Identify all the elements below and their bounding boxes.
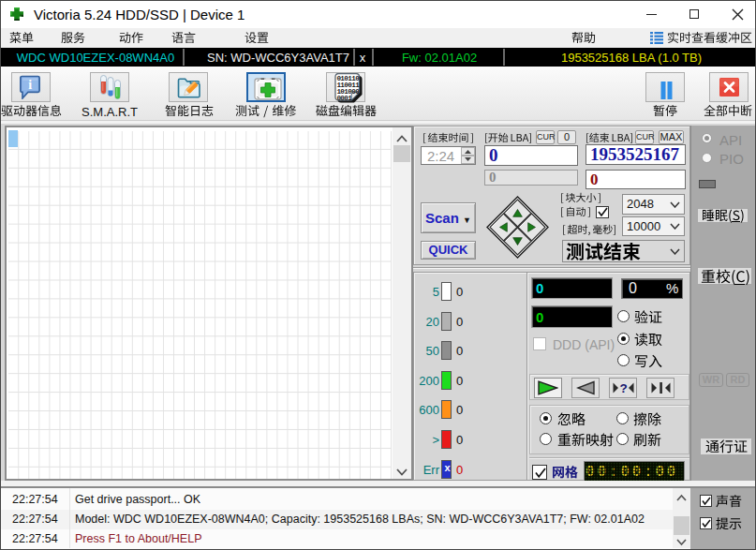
svg-text:0001: 0001 (336, 95, 352, 102)
svg-text:?: ? (619, 381, 627, 394)
svg-text:i: i (28, 78, 32, 92)
